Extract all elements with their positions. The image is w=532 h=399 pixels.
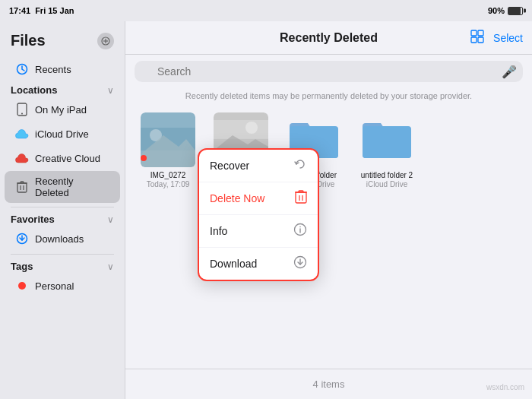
favorites-section-header: Favorites ∨ xyxy=(0,211,125,226)
downloads-icon xyxy=(15,232,29,245)
sidebar-item-icloud-drive[interactable]: iCloud Drive xyxy=(5,122,120,145)
info-label: Info xyxy=(210,225,227,237)
tags-title: Tags xyxy=(11,261,33,272)
sidebar-divider-1 xyxy=(11,207,114,207)
sidebar-title: Files xyxy=(11,32,46,49)
sidebar-item-recents[interactable]: Recents xyxy=(5,58,120,81)
sidebar-item-downloads[interactable]: Downloads xyxy=(5,227,120,250)
status-date: Fri 15 Jan xyxy=(35,6,74,15)
svg-rect-16 xyxy=(478,37,483,43)
watermark: wsxdn.com xyxy=(486,383,524,391)
favorites-chevron: ∨ xyxy=(107,214,114,225)
svg-point-12 xyxy=(18,282,26,290)
context-menu-download[interactable]: Download xyxy=(199,248,318,280)
on-my-ipad-label: On My iPad xyxy=(35,104,87,116)
personal-label: Personal xyxy=(35,280,74,292)
svg-point-5 xyxy=(21,113,23,115)
search-input[interactable] xyxy=(135,61,523,82)
file-item-untitled-folder2[interactable]: untitled folder 2 iCloud Drive xyxy=(356,112,417,188)
file-subtitle-untitled-folder2: iCloud Drive xyxy=(366,180,407,188)
sidebar-item-creative-cloud[interactable]: Creative Cloud xyxy=(5,147,120,169)
recently-deleted-label: Recently Deleted xyxy=(35,176,109,198)
recover-icon xyxy=(293,157,307,174)
creative-cloud-icon xyxy=(15,151,29,165)
context-menu-info[interactable]: Info xyxy=(199,215,318,248)
svg-rect-25 xyxy=(296,192,306,203)
battery-percent: 90% xyxy=(488,6,505,15)
download-icon xyxy=(293,255,307,272)
favorites-title: Favorites xyxy=(11,214,55,225)
file-grid: IMG_0272 Today, 17:09 IMG_0274 xyxy=(125,106,532,369)
file-thumb-img0272 xyxy=(141,112,195,167)
top-bar: Recently Deleted Select xyxy=(125,21,532,55)
bottom-bar: 4 items xyxy=(125,369,532,399)
info-message: Recently deleted items may be permanentl… xyxy=(185,91,472,100)
svg-rect-6 xyxy=(17,183,27,192)
file-badge-img0272 xyxy=(141,155,147,161)
locations-title: Locations xyxy=(11,84,57,96)
context-menu-delete-now[interactable]: Delete Now xyxy=(199,182,318,215)
sidebar: Files Recents Locations ∨ xyxy=(0,21,125,399)
sidebar-header: Files xyxy=(0,27,125,57)
search-bar: 🔍 🎤 xyxy=(125,55,532,88)
sidebar-item-personal[interactable]: Personal xyxy=(5,274,120,297)
main-content: Recently Deleted Select 🔍 🎤 xyxy=(125,21,532,399)
page-title: Recently Deleted xyxy=(280,31,378,45)
info-bar: Recently deleted items may be permanentl… xyxy=(125,88,532,106)
app-container: Files Recents Locations ∨ xyxy=(0,21,532,399)
sidebar-divider-2 xyxy=(11,254,114,255)
recents-icon xyxy=(15,62,29,76)
tags-section-header: Tags ∨ xyxy=(0,258,125,274)
context-menu: Recover Delete Now xyxy=(198,148,319,281)
item-count: 4 items xyxy=(313,378,345,390)
delete-now-icon xyxy=(295,190,307,207)
select-button[interactable]: Select xyxy=(493,32,523,44)
ipad-icon xyxy=(15,103,29,116)
icloud-icon xyxy=(15,127,29,141)
file-name-untitled-folder2: untitled folder 2 xyxy=(361,170,413,180)
sidebar-item-recently-deleted[interactable]: Recently Deleted xyxy=(5,171,120,203)
recover-label: Recover xyxy=(210,160,249,172)
grid-view-icon[interactable] xyxy=(470,30,484,46)
file-subtitle-img0272: Today, 17:09 xyxy=(147,180,190,188)
locations-chevron: ∨ xyxy=(107,85,114,96)
microphone-icon[interactable]: 🎤 xyxy=(502,65,517,79)
sidebar-edit-button[interactable] xyxy=(97,33,114,49)
status-time: 17:41 xyxy=(9,6,30,15)
downloads-label: Downloads xyxy=(35,233,84,245)
download-label: Download xyxy=(210,258,257,270)
locations-section-header: Locations ∨ xyxy=(0,81,125,97)
svg-point-23 xyxy=(245,122,258,134)
trash-icon xyxy=(15,180,29,194)
recents-label: Recents xyxy=(35,64,71,75)
creative-cloud-label: Creative Cloud xyxy=(35,153,100,164)
personal-tag-icon xyxy=(15,279,29,293)
battery-icon xyxy=(508,7,523,15)
file-thumb-untitled-folder2 xyxy=(359,112,414,167)
file-item-img0272[interactable]: IMG_0272 Today, 17:09 xyxy=(138,112,198,188)
tags-chevron: ∨ xyxy=(107,261,114,272)
svg-point-31 xyxy=(299,226,301,228)
svg-rect-14 xyxy=(478,30,483,36)
context-menu-recover[interactable]: Recover xyxy=(199,150,318,182)
status-bar: 17:41 Fri 15 Jan 90% xyxy=(0,0,532,21)
file-name-img0272: IMG_0272 xyxy=(150,170,186,180)
icloud-drive-label: iCloud Drive xyxy=(35,128,89,140)
sidebar-item-on-my-ipad[interactable]: On My iPad xyxy=(5,98,120,121)
svg-rect-15 xyxy=(471,37,477,43)
delete-now-label: Delete Now xyxy=(210,192,264,204)
svg-rect-13 xyxy=(471,30,477,36)
info-icon xyxy=(293,223,307,239)
svg-rect-22 xyxy=(214,120,268,139)
